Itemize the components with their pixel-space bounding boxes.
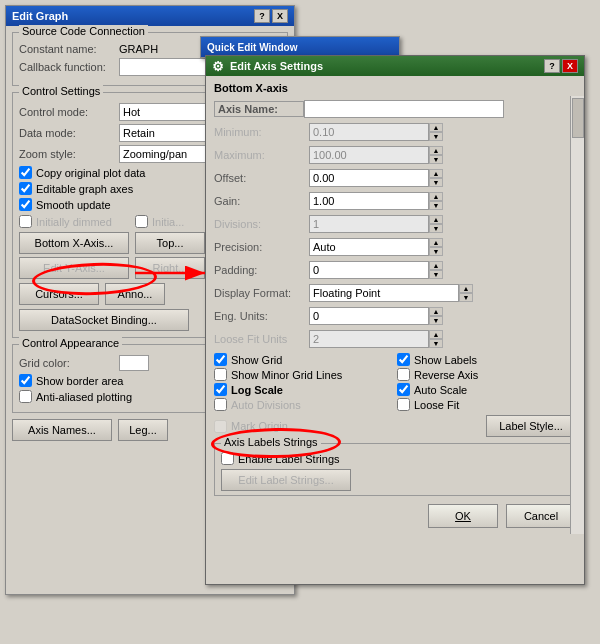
control-mode-input[interactable] xyxy=(119,103,209,121)
minimum-label: Minimum: xyxy=(214,126,309,138)
eng-units-down[interactable]: ▼ xyxy=(429,316,443,325)
scroll-thumb[interactable] xyxy=(572,98,584,138)
edit-axis-title: Edit Axis Settings xyxy=(230,60,323,72)
scrollbar[interactable] xyxy=(570,96,584,534)
label-style-button[interactable]: Label Style... xyxy=(486,415,576,437)
close-button[interactable]: X xyxy=(272,9,288,23)
gain-input[interactable] xyxy=(309,192,429,210)
display-format-input[interactable] xyxy=(309,284,459,302)
gain-up[interactable]: ▲ xyxy=(429,192,443,201)
maximum-input[interactable] xyxy=(309,146,429,164)
initially-label-label: Initia... xyxy=(152,216,184,228)
offset-down[interactable]: ▼ xyxy=(429,178,443,187)
precision-input[interactable] xyxy=(309,238,429,256)
axis-help-button[interactable]: ? xyxy=(544,59,560,73)
display-format-label: Display Format: xyxy=(214,287,309,299)
zoom-style-label: Zoom style: xyxy=(19,148,119,160)
show-border-label: Show border area xyxy=(36,375,123,387)
copy-original-checkbox[interactable] xyxy=(19,166,32,179)
show-grid-checkbox[interactable] xyxy=(214,353,227,366)
edit-label-strings-button[interactable]: Edit Label Strings... xyxy=(221,469,351,491)
padding-input[interactable] xyxy=(309,261,429,279)
anti-aliased-label: Anti-aliased plotting xyxy=(36,391,132,403)
smooth-update-checkbox[interactable] xyxy=(19,198,32,211)
show-minor-grid-label: Show Minor Grid Lines xyxy=(231,369,342,381)
cursors-button[interactable]: Cursors... xyxy=(19,283,99,305)
callback-label: Callback function: xyxy=(19,61,119,73)
enable-label-strings-checkbox[interactable] xyxy=(221,452,234,465)
padding-down[interactable]: ▼ xyxy=(429,270,443,279)
log-scale-checkbox[interactable] xyxy=(214,383,227,396)
enable-label-strings-label: Enable Label Strings xyxy=(238,453,340,465)
data-mode-input[interactable] xyxy=(119,124,209,142)
control-mode-label: Control mode: xyxy=(19,106,119,118)
maximum-down[interactable]: ▼ xyxy=(429,155,443,164)
initially-dimmed-checkbox[interactable] xyxy=(19,215,32,228)
eng-units-input[interactable] xyxy=(309,307,429,325)
divisions-input[interactable] xyxy=(309,215,429,233)
axis-name-label: Axis Name: xyxy=(214,101,304,117)
ok-button[interactable]: OK xyxy=(428,504,498,528)
axis-name-input[interactable] xyxy=(304,100,504,118)
show-labels-checkbox[interactable] xyxy=(397,353,410,366)
control-appearance-label: Control Appearance xyxy=(19,337,122,349)
loose-fit-up[interactable]: ▲ xyxy=(429,330,443,339)
display-format-down[interactable]: ▼ xyxy=(459,293,473,302)
edit-axis-window: ⚙ Edit Axis Settings ? X Bottom X-axis A… xyxy=(205,55,585,585)
minimum-down[interactable]: ▼ xyxy=(429,132,443,141)
annotations-button[interactable]: Anno... xyxy=(105,283,165,305)
divisions-up[interactable]: ▲ xyxy=(429,215,443,224)
editable-axes-checkbox[interactable] xyxy=(19,182,32,195)
grid-color-label: Grid color: xyxy=(19,357,119,369)
legend-button[interactable]: Leg... xyxy=(118,419,168,441)
show-minor-grid-checkbox[interactable] xyxy=(214,368,227,381)
reverse-axis-checkbox[interactable] xyxy=(397,368,410,381)
gain-down[interactable]: ▼ xyxy=(429,201,443,210)
precision-down[interactable]: ▼ xyxy=(429,247,443,256)
offset-up[interactable]: ▲ xyxy=(429,169,443,178)
precision-up[interactable]: ▲ xyxy=(429,238,443,247)
loose-fit-checkbox[interactable] xyxy=(397,398,410,411)
auto-divisions-checkbox[interactable] xyxy=(214,398,227,411)
quick-edit-title: Quick Edit Window xyxy=(207,42,297,53)
divisions-down[interactable]: ▼ xyxy=(429,224,443,233)
anti-aliased-checkbox[interactable] xyxy=(19,390,32,403)
cancel-button[interactable]: Cancel xyxy=(506,504,576,528)
datasocket-button[interactable]: DataSocket Binding... xyxy=(19,309,189,331)
right-button[interactable]: Right... xyxy=(135,257,205,279)
eng-units-up[interactable]: ▲ xyxy=(429,307,443,316)
mark-origin-checkbox[interactable] xyxy=(214,420,227,433)
offset-label: Offset: xyxy=(214,172,309,184)
minimum-up[interactable]: ▲ xyxy=(429,123,443,132)
gain-label: Gain: xyxy=(214,195,309,207)
minimum-input[interactable] xyxy=(309,123,429,141)
offset-input[interactable] xyxy=(309,169,429,187)
loose-fit-down[interactable]: ▼ xyxy=(429,339,443,348)
edit-graph-title: Edit Graph xyxy=(12,10,68,22)
data-mode-label: Data mode: xyxy=(19,127,119,139)
maximum-up[interactable]: ▲ xyxy=(429,146,443,155)
bottom-x-axis-button[interactable]: Bottom X-Axis... xyxy=(19,232,129,254)
initially-label-checkbox[interactable] xyxy=(135,215,148,228)
loose-fit-label: Loose Fit Units xyxy=(214,333,309,345)
auto-scale-checkbox[interactable] xyxy=(397,383,410,396)
loose-fit-input[interactable] xyxy=(309,330,429,348)
show-grid-label: Show Grid xyxy=(231,354,282,366)
maximum-label: Maximum: xyxy=(214,149,309,161)
help-button[interactable]: ? xyxy=(254,9,270,23)
grid-color-swatch[interactable] xyxy=(119,355,149,371)
show-border-checkbox[interactable] xyxy=(19,374,32,387)
precision-label: Precision: xyxy=(214,241,309,253)
source-code-label: Source Code Connection xyxy=(19,25,148,37)
eng-units-label: Eng. Units: xyxy=(214,310,309,322)
auto-divisions-label: Auto Divisions xyxy=(231,399,301,411)
axis-names-button[interactable]: Axis Names... xyxy=(12,419,112,441)
zoom-style-input[interactable] xyxy=(119,145,209,163)
control-settings-label: Control Settings xyxy=(19,85,103,97)
axis-close-button[interactable]: X xyxy=(562,59,578,73)
top-button[interactable]: Top... xyxy=(135,232,205,254)
initially-dimmed-label: Initially dimmed xyxy=(36,216,112,228)
edit-y-axis-button[interactable]: Edit Y-Axis... xyxy=(19,257,129,279)
padding-up[interactable]: ▲ xyxy=(429,261,443,270)
display-format-up[interactable]: ▲ xyxy=(459,284,473,293)
